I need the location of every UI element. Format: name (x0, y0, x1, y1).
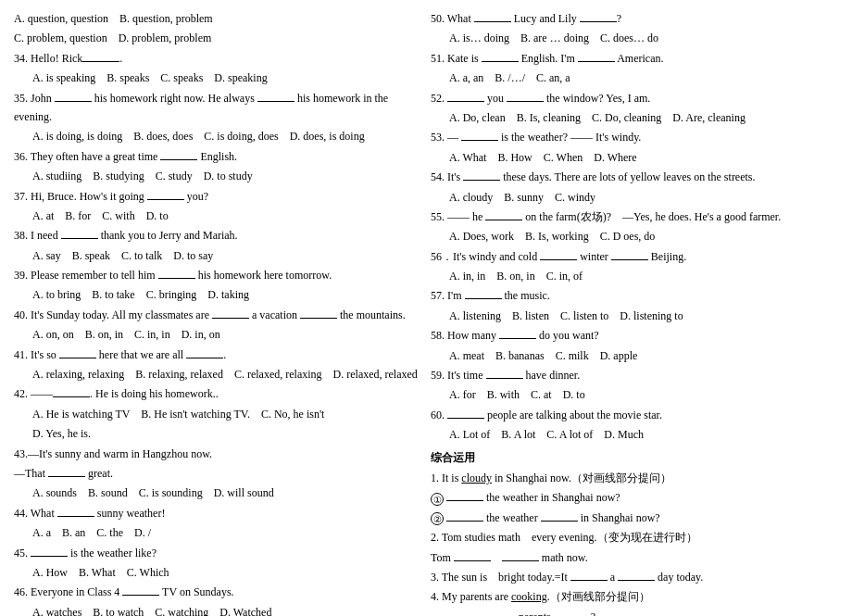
comp-q-1-sub1: ① the weather in Shanghai now? (431, 488, 838, 507)
blank-38 (61, 238, 98, 239)
right-column: 50. What Lucy and Lily ? A. is… doing B.… (431, 9, 838, 616)
blank-55 (485, 220, 522, 220)
blank-42 (53, 396, 90, 397)
right-opt-57: A. listening B. listen C. listen to D. l… (431, 307, 838, 325)
blank-36 (160, 159, 197, 160)
left-q-37: 37. Hi, Bruce. How's it going you? (14, 187, 421, 206)
circle-1: ① (431, 493, 444, 506)
section-title-comprehensive: 综合运用 (431, 448, 838, 467)
left-q-44: 44. What sunny weather! (14, 504, 421, 522)
left-q-42: 42. ——. He is doing his homework.. (14, 384, 421, 403)
blank-50b (580, 21, 617, 22)
left-q-36: 36. They often have a great time English… (14, 147, 421, 166)
left-q-43b: —That great. (14, 464, 421, 483)
left-q-38: 38. I need thank you to Jerry and Mariah… (14, 226, 421, 245)
blank-43 (48, 476, 85, 477)
blank-45 (31, 556, 68, 557)
blank-40b (300, 318, 337, 319)
right-opt-50: A. is… doing B. are … doing C. does… do (431, 29, 838, 47)
blank-comp-3b (618, 580, 655, 581)
right-q-55: 55. —— he on the farm(农场)? —Yes, he does… (431, 207, 838, 226)
blank-comp-1a (446, 500, 483, 501)
right-opt-56: A. in, in B. on, in C. in, of (431, 267, 838, 285)
comp-q-4-title: 4. My parents are cooking.（对画线部分提问） (431, 587, 838, 606)
blank-52a (447, 101, 484, 102)
comp-q-3: 3. The sun is bright today.=It a day tod… (431, 568, 838, 586)
left-opt-44: A. a B. an C. the D. / (14, 523, 421, 542)
blank-comp-1c (541, 521, 578, 522)
right-opt-54: A. cloudy B. sunny C. windy (431, 188, 838, 207)
blank-46 (122, 595, 159, 596)
right-q-51: 51. Kate is English. I'm American. (431, 49, 838, 68)
blank-59 (486, 378, 523, 379)
left-opt-38: A. say B. speak C. to talk D. to say (14, 246, 421, 265)
left-q-35: 35. John his homework right now. He alwa… (14, 89, 421, 127)
left-q-34: 34. Hello! Rick. (14, 49, 421, 68)
blank-52b (507, 101, 544, 102)
right-q-58: 58. How many do you want? (431, 326, 838, 345)
blank-34 (82, 61, 119, 62)
right-q-52: 52. you the window? Yes, I am. (431, 89, 838, 107)
blank-41b (186, 358, 223, 358)
blank-54 (463, 180, 500, 181)
left-q-41: 41. It's so here that we are all . (14, 346, 421, 364)
blank-39 (158, 278, 195, 279)
blank-60 (447, 418, 484, 419)
comp-q-1-title: 1. It is cloudy in Shanghai now.（对画线部分提问… (431, 469, 838, 487)
blank-41a (59, 358, 96, 358)
left-opt-39: A. to bring B. to take C. bringing D. ta… (14, 285, 421, 304)
right-opt-58: A. meat B. bananas C. milk D. apple (431, 346, 838, 365)
blank-comp-2b (502, 560, 539, 561)
left-q-43a: 43.—It's sunny and warm in Hangzhou now. (14, 445, 421, 463)
comp-q-4-answer: parents ? (431, 608, 838, 616)
blank-57 (465, 298, 502, 299)
right-opt-52: A. Do, clean B. Is, cleaning C. Do, clea… (431, 108, 838, 127)
right-opt-60: A. Lot of B. A lot C. A lot of D. Much (431, 425, 838, 444)
left-q-2: C. problem, question D. problem, problem (14, 29, 421, 47)
left-opt-37: A. at B. for C. with D. to (14, 207, 421, 225)
right-opt-53: A. What B. How C. When D. Where (431, 148, 838, 167)
left-opt-42b: D. Yes, he is. (14, 424, 421, 443)
blank-comp-1b (446, 521, 483, 522)
left-opt-41: A. relaxing, relaxing B. relaxing, relax… (14, 365, 421, 383)
left-opt-34: A. is speaking B. speaks C. speaks D. sp… (14, 69, 421, 87)
underline-cloudy: cloudy (461, 471, 492, 484)
left-q-46: 46. Everyone in Class 4 TV on Sundays. (14, 583, 421, 601)
left-q-1: A. question, question B. question, probl… (14, 9, 421, 28)
left-opt-45: A. How B. What C. Which (14, 563, 421, 582)
left-column: A. question, question B. question, probl… (14, 9, 421, 616)
left-opt-42a: A. He is watching TV B. He isn't watchin… (14, 405, 421, 423)
comp-q-2-answer: Tom math now. (431, 548, 838, 567)
main-container: A. question, question B. question, probl… (14, 9, 838, 616)
blank-58 (499, 338, 536, 339)
blank-51a (482, 61, 519, 62)
blank-53 (461, 140, 498, 141)
right-opt-51: A. a, an B. /…/ C. an, a (431, 69, 838, 87)
left-opt-40: A. on, on B. on, in C. in, in D. in, on (14, 325, 421, 344)
blank-51b (578, 61, 615, 62)
right-q-56: 56．It's windy and cold winter Beijing. (431, 247, 838, 266)
blank-56b (611, 259, 648, 260)
left-q-39: 39. Please remember to tell him his home… (14, 266, 421, 284)
blank-40a (212, 318, 249, 319)
right-opt-55: A. Does, work B. Is, working C. D oes, d… (431, 227, 838, 245)
right-q-50: 50. What Lucy and Lily ? (431, 9, 838, 28)
right-q-54: 54. It's these days. There are lots of y… (431, 168, 838, 186)
underline-cooking: cooking (511, 590, 547, 603)
blank-56a (540, 259, 577, 260)
left-q-40: 40. It's Sunday today. All my classmates… (14, 306, 421, 324)
left-q-45: 45. is the weather like? (14, 544, 421, 562)
blank-comp-3a (570, 580, 608, 581)
blank-35a (55, 101, 92, 102)
left-opt-36: A. studiing B. studying C. study D. to s… (14, 167, 421, 185)
right-q-53: 53. — is the weather? —— It's windy. (431, 128, 838, 146)
blank-35b (257, 101, 294, 102)
right-q-60: 60. people are talking about the movie s… (431, 406, 838, 424)
comp-q-2-title: 2. Tom studies math every evening.（变为现在进… (431, 528, 838, 547)
right-q-59: 59. It's time have dinner. (431, 366, 838, 384)
left-opt-46: A. watches B. to watch C. watching D. Wa… (14, 603, 421, 616)
comp-q-1-sub2: ② the weather in Shanghai now? (431, 509, 838, 527)
left-opt-35: A. is doing, is doing B. does, does C. i… (14, 127, 421, 145)
blank-37 (147, 199, 184, 200)
blank-50a (474, 21, 511, 22)
